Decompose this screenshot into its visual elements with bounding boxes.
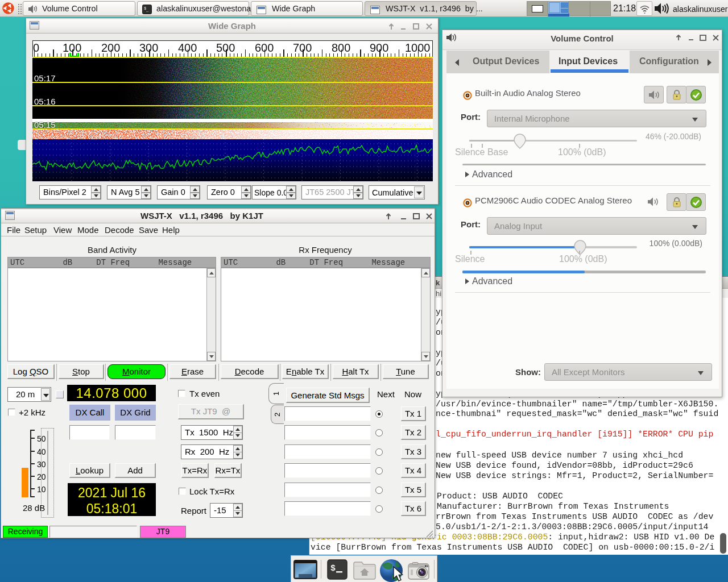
svg-text:$: $ [330,564,336,573]
svg-text:_: _ [146,8,149,13]
